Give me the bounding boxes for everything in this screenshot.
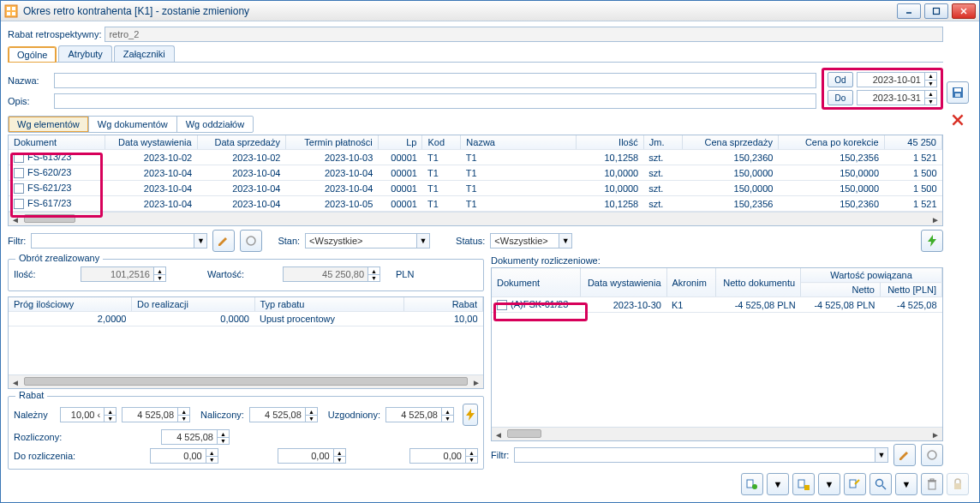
col-kod[interactable]: Kod: [422, 135, 461, 150]
save-icon[interactable]: [947, 81, 969, 104]
col-cena-sprz[interactable]: Cena sprzedaży: [682, 135, 778, 150]
rozliczony-label: Rozliczony:: [14, 432, 91, 442]
col-jm[interactable]: Jm.: [643, 135, 682, 150]
ilosc-value: [81, 266, 154, 282]
filter-combo[interactable]: [31, 233, 194, 249]
date-from-button[interactable]: Od: [828, 72, 853, 87]
subtab-branches[interactable]: Wg oddziałów: [177, 117, 253, 132]
col-ilosc[interactable]: Ilość: [577, 135, 644, 150]
maximize-button[interactable]: [924, 3, 948, 19]
minimize-button[interactable]: [897, 3, 921, 19]
table-row[interactable]: FS-620/23 2023-10-042023-10-04 2023-10-0…: [9, 165, 942, 181]
doc-dropdown-icon[interactable]: ▼: [818, 473, 840, 495]
docr-hscroll[interactable]: ◄►: [492, 427, 942, 440]
docr-filter-label: Filtr:: [491, 450, 509, 460]
refresh-icon[interactable]: [921, 230, 943, 252]
uzgodniony-amount[interactable]: [385, 407, 442, 422]
stan-label: Stan:: [278, 236, 300, 246]
svg-marker-11: [466, 409, 475, 421]
col-termin[interactable]: Termin płatności: [285, 135, 378, 150]
col-docr-netto[interactable]: Netto dokumentu: [716, 268, 801, 297]
close-button[interactable]: [952, 3, 976, 19]
svg-rect-25: [955, 93, 960, 97]
status-dd[interactable]: ▼: [559, 233, 572, 249]
search-dd-icon[interactable]: ▼: [895, 473, 917, 495]
col-data-spr[interactable]: Data sprzedaży: [197, 135, 285, 150]
filter-dd[interactable]: ▼: [194, 233, 207, 249]
date-from-spinner[interactable]: ▲▼: [925, 72, 937, 87]
rabat-apply-icon[interactable]: [463, 404, 478, 426]
col-prog[interactable]: Próg ilościowy: [9, 297, 132, 312]
window-title: Okres retro kontrahenta [K1] - zostanie …: [23, 5, 897, 17]
col-typ[interactable]: Typ rabatu: [254, 297, 403, 312]
date-to-button[interactable]: Do: [828, 90, 853, 105]
subtab-documents[interactable]: Wg dokumentów: [89, 117, 177, 132]
col-lp[interactable]: Lp: [378, 135, 422, 150]
svg-marker-10: [928, 235, 936, 247]
name-label: Nazwa:: [8, 75, 51, 86]
docr-filter-dd[interactable]: ▼: [875, 447, 888, 463]
grid-hscroll[interactable]: ◄ ►: [9, 212, 942, 225]
stan-dd[interactable]: ▼: [416, 233, 430, 249]
dorozl-label: Do rozliczenia:: [14, 451, 85, 461]
name-input[interactable]: [54, 73, 816, 88]
col-docr-dokument[interactable]: Dokument: [492, 268, 580, 297]
col-total[interactable]: 45 250: [884, 135, 941, 150]
nalezny-amount[interactable]: [122, 407, 178, 422]
status-combo[interactable]: [490, 233, 559, 249]
docr-filter-combo[interactable]: [514, 447, 875, 463]
rabat-value: [105, 27, 943, 42]
col-docr-akronim[interactable]: Akronim: [666, 268, 716, 297]
svg-rect-22: [930, 479, 934, 481]
date-from-input[interactable]: [857, 72, 925, 87]
col-docr-wp[interactable]: Wartość powiązana: [801, 268, 942, 283]
col-docr-nettopln[interactable]: Netto [PLN]: [880, 283, 941, 297]
desc-label: Opis:: [8, 96, 51, 106]
search-icon[interactable]: [869, 473, 892, 495]
dorozl-3[interactable]: [409, 448, 466, 464]
dorozl-2[interactable]: [278, 448, 334, 464]
attach-doc-icon[interactable]: [844, 473, 866, 495]
app-window: Okres retro kontrahenta [K1] - zostanie …: [0, 0, 980, 503]
currency-label: PLN: [396, 269, 414, 279]
filter-edit-icon[interactable]: [212, 230, 235, 252]
col-cena-kor[interactable]: Cena po korekcie: [778, 135, 884, 150]
lock-icon[interactable]: [947, 473, 969, 495]
link-doc-icon[interactable]: [741, 473, 763, 495]
uzgodniony-label: Uzgodniony:: [328, 410, 380, 420]
col-docr-netto2[interactable]: Netto: [801, 283, 881, 297]
dropdown-icon[interactable]: ▼: [767, 473, 789, 495]
stan-combo[interactable]: [305, 233, 416, 249]
col-docr-dw[interactable]: Data wystawienia: [580, 268, 666, 297]
nalezny-pct[interactable]: [60, 407, 105, 422]
tab-attachments[interactable]: Załączniki: [114, 45, 175, 62]
col-data-wyst[interactable]: Data wystawienia: [105, 135, 197, 150]
docr-filter-clear-icon[interactable]: [921, 444, 943, 466]
svg-rect-4: [12, 12, 15, 15]
add-doc-icon[interactable]: [792, 473, 815, 495]
naliczony-amount[interactable]: [249, 407, 306, 422]
prog-hscroll[interactable]: ◄►: [9, 374, 483, 388]
filter-clear-icon[interactable]: [240, 230, 262, 252]
col-nazwa[interactable]: Nazwa: [461, 135, 577, 150]
col-dorel[interactable]: Do realizacji: [132, 297, 255, 312]
col-rabat[interactable]: Rabat: [403, 297, 482, 312]
table-row[interactable]: FS-617/23 2023-10-042023-10-04 2023-10-0…: [9, 196, 942, 212]
svg-point-18: [876, 480, 883, 487]
tab-attributes[interactable]: Atrybuty: [58, 45, 111, 62]
date-to-spinner[interactable]: ▲▼: [925, 90, 937, 105]
tab-general[interactable]: Ogólne: [8, 46, 57, 63]
table-row[interactable]: FS-613/23 2023-10-022023-10-02 2023-10-0…: [9, 150, 942, 165]
dorozl-1[interactable]: [150, 448, 206, 464]
docr-filter-edit-icon[interactable]: [893, 444, 916, 466]
cancel-icon[interactable]: [947, 109, 969, 131]
table-row[interactable]: 2,0000 0,0000 Upust procentowy 10,00: [9, 312, 483, 326]
delete-icon[interactable]: [921, 473, 943, 495]
subtab-elements[interactable]: Wg elementów: [9, 117, 89, 132]
col-dokument[interactable]: Dokument: [9, 135, 105, 150]
date-to-input[interactable]: [857, 90, 925, 105]
desc-input[interactable]: [54, 93, 816, 109]
table-row[interactable]: FS-621/23 2023-10-042023-10-04 2023-10-0…: [9, 181, 942, 196]
rozliczony-amount[interactable]: [161, 429, 218, 445]
titlebar: Okres retro kontrahenta [K1] - zostanie …: [1, 1, 979, 21]
